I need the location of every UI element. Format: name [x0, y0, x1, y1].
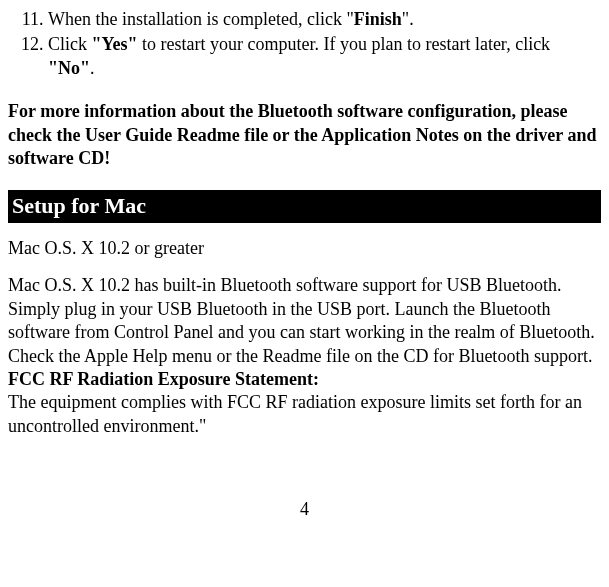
list-item-text: . — [90, 58, 95, 78]
info-paragraph: For more information about the Bluetooth… — [8, 100, 601, 170]
fcc-heading: FCC RF Radiation Exposure Statement: — [8, 369, 319, 389]
fcc-body-text: The equipment complies with FCC RF radia… — [8, 392, 582, 435]
list-item: When the installation is completed, clic… — [48, 8, 601, 31]
list-item: Click "Yes" to restart your computer. If… — [48, 33, 601, 80]
list-item-bold: "Yes" — [92, 34, 138, 54]
list-item-bold: Finish — [354, 9, 402, 29]
mac-body-text: Mac O.S. X 10.2 has built-in Bluetooth s… — [8, 275, 595, 365]
list-item-text: to restart your computer. If you plan to… — [137, 34, 550, 54]
mac-requirement: Mac O.S. X 10.2 or greater — [8, 237, 601, 260]
instruction-list: When the installation is completed, clic… — [8, 8, 601, 80]
section-header-setup-mac: Setup for Mac — [8, 190, 601, 223]
list-item-text: When the installation is completed, clic… — [48, 9, 354, 29]
list-item-text: Click — [48, 34, 92, 54]
mac-body-paragraph: Mac O.S. X 10.2 has built-in Bluetooth s… — [8, 274, 601, 438]
list-item-text: ". — [402, 9, 414, 29]
list-item-bold: "No" — [48, 58, 90, 78]
page-number: 4 — [8, 498, 601, 521]
